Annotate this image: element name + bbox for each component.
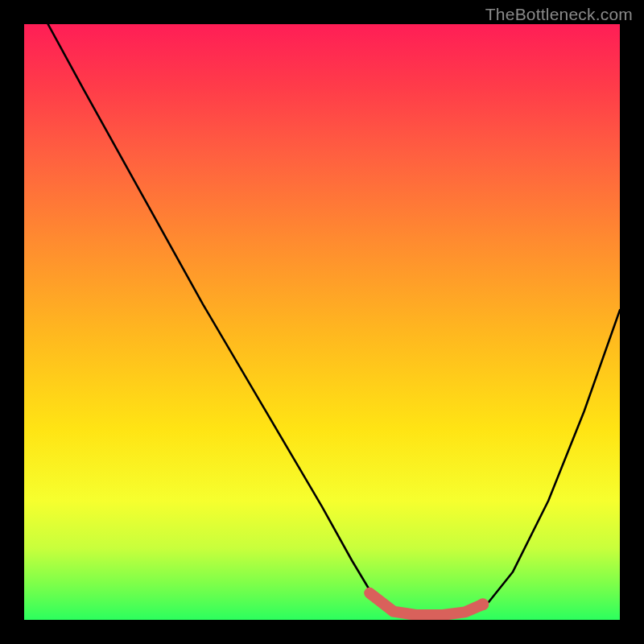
chart-stage: TheBottleneck.com	[0, 0, 644, 644]
sweet-spot-end-dot	[477, 598, 489, 610]
plot-area	[24, 24, 620, 620]
curve-svg	[24, 24, 620, 620]
bottleneck-curve-path	[48, 24, 620, 615]
highlight-svg	[24, 24, 620, 620]
watermark-text: TheBottleneck.com	[485, 5, 633, 24]
sweet-spot-path	[369, 593, 483, 615]
